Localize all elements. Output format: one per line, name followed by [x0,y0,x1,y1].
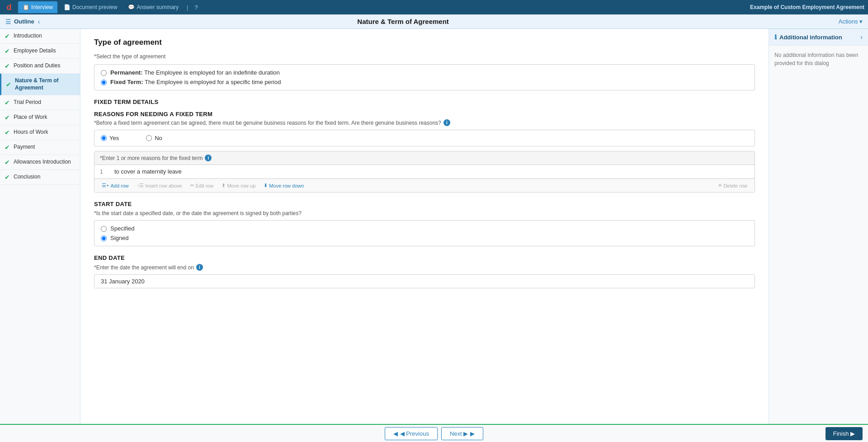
app-title: Example of Custom Employment Agreement [750,4,864,10]
row-number: 1 [100,169,109,175]
separator: | [187,4,188,11]
radio-specified-input[interactable] [101,226,107,232]
fixed-term-heading: FIXED TERM DETAILS [94,99,755,105]
check-icon: ✔ [5,114,10,121]
delete-row-button[interactable]: ✕ Delete row [714,181,751,190]
sidebar: ✔ Introduction ✔ Employee Details ✔ Posi… [0,29,80,424]
sidebar-item-conclusion[interactable]: ✔ Conclusion [0,170,80,185]
add-row-icon: ☰+ [102,183,109,188]
previous-button[interactable]: ◀ ◀ Previous [385,427,438,440]
radio-yes-label[interactable]: Yes [101,135,119,141]
chat-icon: 💬 [128,4,135,10]
sidebar-item-nature-term[interactable]: ✔ Nature & Term of Agreement [0,74,80,95]
type-agreement-group: Permanent: The Employee is employed for … [94,64,755,90]
type-agreement-label: *Select the type of agreement [94,53,755,60]
page-title: Nature & Term of Agreement [0,18,839,25]
reasons-box: *Enter 1 or more reasons for the fixed t… [94,151,755,193]
sidebar-item-payment[interactable]: ✔ Payment [0,140,80,155]
start-date-heading: START DATE [94,201,755,207]
yes-no-row: Yes No [101,135,748,141]
radio-signed-label[interactable]: Signed [101,235,748,241]
sidebar-item-label: Place of Work [14,114,47,121]
info-circle-icon: ℹ [774,33,777,41]
document-icon: 📄 [64,4,71,10]
main-layout: ✔ Introduction ✔ Employee Details ✔ Posi… [0,29,868,424]
check-icon: ✔ [5,159,10,166]
reasons-header: *Enter 1 or more reasons for the fixed t… [94,151,755,165]
no-label: No [155,135,162,141]
move-up-icon: ⬆ [222,183,226,188]
app-logo: d [4,2,14,13]
insert-row-icon: ↑☰ [137,183,144,188]
interview-icon: 📋 [23,4,29,10]
check-icon: ✔ [6,81,11,88]
sidebar-item-label: Hours of Work [14,129,48,136]
radio-no-label[interactable]: No [146,135,162,141]
sidebar-item-label: Trial Period [14,99,41,106]
reasons-table-info-icon[interactable]: i [205,155,212,161]
specified-label: Specified [110,225,134,232]
outline-bar: ☰ Outline ‹ Nature & Term of Agreement A… [0,14,868,29]
move-down-icon: ⬇ [264,183,268,188]
check-icon: ✔ [5,174,10,181]
radio-permanent-input[interactable] [101,70,107,76]
check-icon: ✔ [5,144,10,151]
start-date-group: Specified Signed [94,220,755,246]
radio-no-input[interactable] [146,135,152,141]
sidebar-item-allowances-intro[interactable]: ✔ Allowances Introduction [0,155,80,170]
sidebar-item-employee-details[interactable]: ✔ Employee Details [0,44,80,59]
sidebar-item-label: Allowances Introduction [14,159,71,166]
sidebar-item-label: Conclusion [14,174,40,181]
insert-row-above-button[interactable]: ↑☰ Insert row above [133,181,186,190]
sidebar-item-label: Nature & Term of Agreement [15,77,75,91]
content-area: Type of agreement *Select the type of ag… [80,29,769,424]
move-row-down-button[interactable]: ⬇ Move row down [260,181,307,190]
radio-fixed-term-input[interactable] [101,80,107,85]
sidebar-item-label: Introduction [14,33,42,40]
sidebar-item-hours-of-work[interactable]: ✔ Hours of Work [0,125,80,140]
tab-answer-summary[interactable]: 💬 Answer summary [123,3,183,12]
end-date-info-icon[interactable]: i [196,264,203,271]
tab-interview[interactable]: 📋 Interview [18,1,57,13]
end-date-question: *Enter the date the agreement will end o… [94,264,755,271]
start-date-question: *Is the start date a specified date, or … [94,210,755,216]
next-button[interactable]: Next ▶ ▶ [441,427,483,440]
bottom-bar: ◀ ◀ Previous Next ▶ ▶ Finish ▶ [0,424,868,442]
delete-icon: ✕ [718,183,722,188]
right-panel-chevron[interactable]: › [860,33,863,41]
sidebar-item-trial-period[interactable]: ✔ Trial Period [0,95,80,110]
finish-button[interactable]: Finish ▶ [826,427,863,440]
radio-permanent[interactable]: Permanent: The Employee is employed for … [101,69,748,76]
check-icon: ✔ [5,62,10,70]
top-bar: d 📋 Interview 📄 Document preview 💬 Answe… [0,0,868,14]
sidebar-item-label: Payment [14,144,35,151]
actions-button[interactable]: Actions ▾ [839,18,863,25]
sidebar-item-introduction[interactable]: ✔ Introduction [0,29,80,44]
radio-signed-input[interactable] [101,235,107,241]
move-row-up-button[interactable]: ⬆ Move row up [218,181,259,190]
check-icon: ✔ [5,99,10,106]
right-panel-header: ℹ Additional information › [769,29,868,46]
sidebar-item-place-of-work[interactable]: ✔ Place of Work [0,110,80,125]
add-row-button[interactable]: ☰+ Add row [98,181,132,190]
reasons-info-icon[interactable]: i [443,119,450,126]
end-date-heading: END DATE [94,254,755,261]
next-icon: ▶ [470,430,475,437]
edit-row-button[interactable]: ✏ Edit row [187,181,217,190]
check-icon: ✔ [5,129,10,136]
tab-document-preview[interactable]: 📄 Document preview [59,3,122,12]
help-button[interactable]: ? [192,3,200,12]
yes-no-box: Yes No [94,130,755,146]
table-row: 1 to cover a maternity leave [94,165,755,179]
reasons-question: *Before a fixed term agreement can be ag… [94,119,755,126]
right-panel: ℹ Additional information › No additional… [769,29,868,424]
previous-icon: ◀ [393,430,398,437]
sidebar-item-position-duties[interactable]: ✔ Position and Duties [0,59,80,74]
radio-fixed-term[interactable]: Fixed Term: The Employee is employed for… [101,79,748,85]
check-icon: ✔ [5,47,10,55]
radio-specified-label[interactable]: Specified [101,225,748,232]
sidebar-item-label: Position and Duties [14,62,60,70]
radio-yes-input[interactable] [101,135,107,141]
right-panel-title: ℹ Additional information [774,33,842,41]
end-date-value: 31 January 2020 [94,274,755,288]
